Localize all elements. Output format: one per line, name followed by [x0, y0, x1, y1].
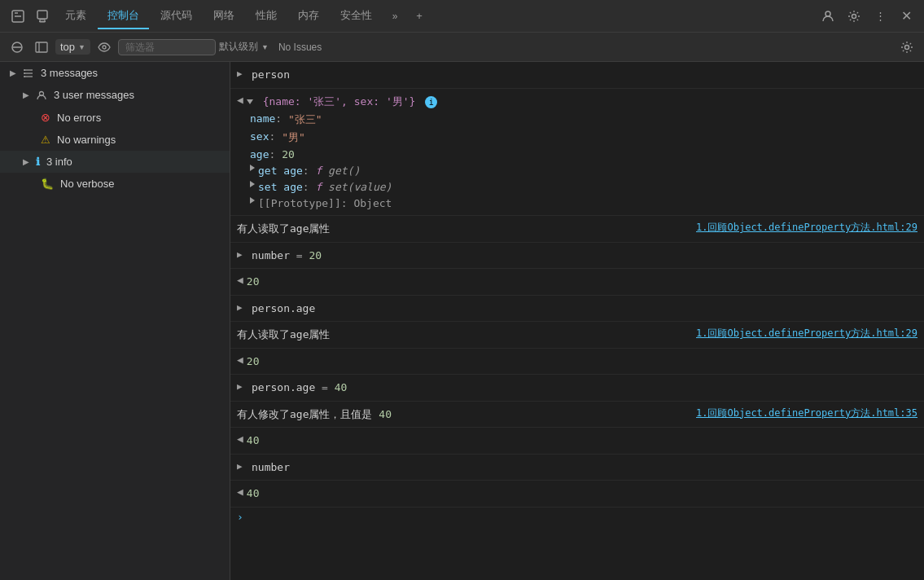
console-row-number[interactable]: ▶ number — [230, 458, 924, 477]
settings-icon[interactable] — [843, 5, 865, 28]
colon: : — [269, 148, 282, 160]
console-entry-out-40b: ◀ 40 — [230, 481, 924, 508]
equals2: = — [322, 381, 335, 393]
svg-point-4 — [825, 11, 830, 16]
console-prompt[interactable]: › — [230, 508, 924, 527]
out-20-content: 20 — [247, 274, 917, 290]
console-entry-object: ◀ {name: '张三', sex: '男'} i name : "张三" s… — [230, 89, 924, 217]
console-entry-out-20: ◀ 20 — [230, 269, 924, 296]
console-entry-number-assign: ▶ number = 20 — [230, 243, 924, 270]
expand-arrow4[interactable]: ▶ — [237, 380, 248, 392]
expand-arrow[interactable]: ▶ — [237, 67, 248, 79]
msg2-source[interactable]: 1.回顾Object.defineProperty方法.html:29 — [683, 327, 917, 341]
more-tabs-icon[interactable]: » — [383, 5, 406, 28]
colon2: : — [303, 165, 316, 177]
user-icon — [36, 90, 47, 101]
prop-sex-key: sex — [250, 130, 269, 143]
profile-icon[interactable] — [817, 5, 839, 28]
svg-point-11 — [905, 45, 909, 49]
sidebar: ▶ 3 messages ▶ 3 user messages ⊗ No erro… — [0, 62, 230, 580]
context-selector[interactable]: top ▼ — [55, 39, 90, 55]
proto-expand[interactable] — [250, 197, 255, 204]
context-dropdown-arrow: ▼ — [78, 43, 85, 51]
tab-elements[interactable]: 元素 — [55, 3, 96, 29]
sidebar-item-info[interactable]: ▶ ℹ 3 info — [0, 151, 230, 173]
filter-input[interactable] — [118, 39, 216, 55]
tab-memory[interactable]: 内存 — [288, 3, 329, 29]
close-devtools-icon[interactable]: ✕ — [895, 5, 917, 28]
eye-icon[interactable] — [94, 37, 115, 58]
sidebar-toggle-button[interactable] — [31, 37, 52, 58]
expand-arrow2[interactable]: ▶ — [237, 248, 248, 260]
setter-expand[interactable] — [250, 181, 255, 187]
prop-name-key: name — [250, 112, 275, 125]
sidebar-item-errors[interactable]: ⊗ No errors — [0, 106, 230, 129]
top-nav: 元素 控制台 源代码 网络 性能 内存 安全性 » + ⋮ ✕ — [0, 0, 924, 33]
warning-icon: ⚠ — [41, 134, 50, 146]
console-entry-out-40: ◀ 40 — [230, 428, 924, 455]
expand-user-icon: ▶ — [23, 90, 29, 99]
number-var: number — [252, 249, 290, 261]
sidebar-item-warnings[interactable]: ⚠ No warnings — [0, 129, 230, 151]
add-tab-icon[interactable]: + — [408, 5, 431, 28]
warnings-label: No warnings — [57, 134, 116, 146]
object-info-badge[interactable]: i — [425, 96, 437, 108]
getter-age-row[interactable]: get age : f get() — [230, 163, 924, 179]
console-row-number-assign[interactable]: ▶ number = 20 — [230, 246, 924, 266]
console-entry-age-set: ▶ person.age = 40 — [230, 375, 924, 402]
setter-fn: set(value) — [322, 181, 392, 193]
collapse-triangle[interactable] — [247, 99, 253, 104]
expand-all-icon: ▶ — [10, 68, 16, 77]
sidebar-item-verbose[interactable]: 🐛 No verbose — [0, 173, 230, 195]
inspect-element-icon[interactable] — [7, 5, 29, 28]
console-row-person-age[interactable]: ▶ person.age — [230, 299, 924, 319]
setter-age-row[interactable]: set age : f set(value) — [230, 179, 924, 196]
person-age-content: person.age — [252, 301, 917, 317]
verbose-icon: 🐛 — [41, 178, 54, 190]
prototype-row[interactable]: [[Prototype]]: Object — [230, 196, 924, 212]
main-layout: ▶ 3 messages ▶ 3 user messages ⊗ No erro… — [0, 62, 924, 580]
getter-type: f — [315, 165, 322, 177]
expand-arrow5[interactable]: ▶ — [237, 459, 248, 472]
list-icon — [23, 68, 34, 79]
prototype-label: [[Prototype]]: Object — [258, 197, 392, 209]
console-row-age-set[interactable]: ▶ person.age = 40 — [230, 378, 924, 398]
tab-security[interactable]: 安全性 — [331, 3, 382, 29]
tab-console[interactable]: 控制台 — [98, 3, 149, 29]
msg3-source[interactable]: 1.回顾Object.defineProperty方法.html:35 — [683, 406, 917, 420]
out-40b-content: 40 — [247, 486, 917, 502]
setter-label: set age — [258, 181, 303, 193]
sidebar-item-user-messages[interactable]: ▶ 3 user messages — [0, 84, 230, 106]
console-entry-number: ▶ number — [230, 455, 924, 481]
verbose-label: No verbose — [60, 178, 114, 190]
colon: : — [269, 130, 282, 143]
row-content: person — [252, 67, 917, 83]
person-age-set: person.age — [252, 381, 315, 393]
tab-network[interactable]: 网络 — [204, 3, 244, 29]
output-prefix3: ◀ — [237, 354, 243, 366]
device-mode-icon[interactable] — [31, 5, 54, 28]
more-menu-icon[interactable]: ⋮ — [869, 5, 891, 28]
colon3: : — [303, 181, 316, 193]
msg1-source[interactable]: 1.回顾Object.defineProperty方法.html:29 — [683, 221, 917, 235]
clear-console-button[interactable] — [7, 37, 28, 58]
svg-rect-1 — [37, 11, 47, 19]
tab-performance[interactable]: 性能 — [246, 3, 287, 29]
output-prefix4: ◀ — [237, 433, 243, 445]
row-content-number: number = 20 — [252, 248, 917, 264]
log-level-selector[interactable]: 默认级别 ▼ — [219, 40, 269, 54]
console-settings-button[interactable] — [896, 37, 917, 58]
console-row-object[interactable]: ◀ {name: '张三', sex: '男'} i — [230, 92, 924, 112]
expand-info-icon: ▶ — [23, 157, 29, 166]
sidebar-item-all-messages[interactable]: ▶ 3 messages — [0, 62, 230, 84]
getter-expand[interactable] — [250, 165, 255, 171]
expand-arrow3[interactable]: ▶ — [237, 301, 248, 313]
tab-sources[interactable]: 源代码 — [151, 3, 202, 29]
prop-name-value: "张三" — [288, 112, 322, 127]
svg-point-10 — [103, 46, 106, 49]
row-content-object: {name: '张三', sex: '男'} i — [247, 94, 917, 110]
prop-age-key: age — [250, 148, 269, 160]
console-row[interactable]: ▶ person — [230, 65, 924, 85]
console-row-msg1: 有人读取了age属性 1.回顾Object.defineProperty方法.h… — [230, 219, 924, 239]
console-row-out-20: ◀ 20 — [230, 272, 924, 292]
